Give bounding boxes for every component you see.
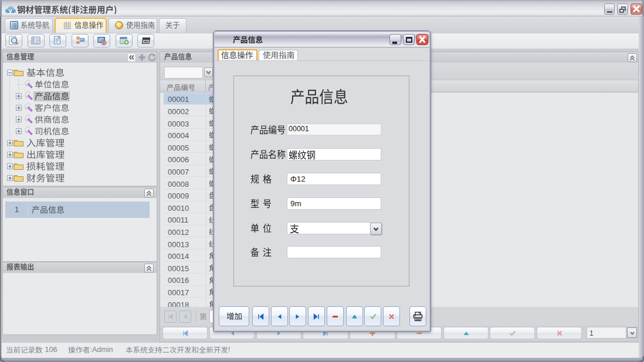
svg-text:y: y xyxy=(8,7,12,14)
